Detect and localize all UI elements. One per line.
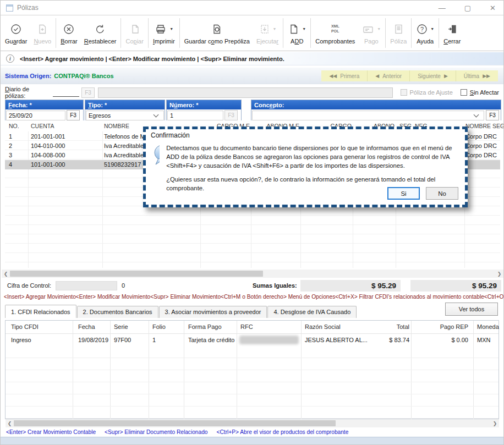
col-moneda: Moneda [477,323,499,330]
tab-asociar-movimientos[interactable]: 3. Asociar movimientos a proveedor [159,306,267,318]
last-record-button[interactable]: Última▶▶ [456,70,498,81]
delete-button[interactable]: Borrar [57,15,81,51]
concepto-combobox[interactable] [252,111,484,120]
poliza-ajuste-checkbox[interactable]: Póliza de Ajuste [401,89,453,96]
tab-desglose-iva[interactable]: 4. Desglose de IVA Causado [267,306,357,318]
window-icon [6,4,13,12]
print-dropdown-icon[interactable]: ▼ [169,27,173,31]
execute-button[interactable]: ▼ Ejecutar [253,15,282,51]
xml-pol-icon: XMLPOL [331,24,339,33]
add-button[interactable]: ▼ ADD [284,15,309,51]
dialog-title: Confirmación [146,129,465,140]
next-record-button[interactable]: Siguiente▶ [409,70,456,81]
dialog-message: Detectamos que tu documento bancario tie… [166,144,458,193]
col-pago-rep: Pago REP [440,323,468,330]
copy-label: Copiar [125,38,143,45]
toolbar-separator [120,18,121,48]
close-window-button[interactable]: Cerrar [440,15,464,51]
fecha-f3-button[interactable]: F3 [67,110,80,120]
document-icon [392,23,404,35]
cfdi-row[interactable]: Ingreso 19/08/2019 97F00 1 Tarjeta de cr… [6,334,498,346]
print-button[interactable]: ▼ Imprimir [150,15,178,51]
exit-door-icon [446,23,458,35]
comprobantes-button[interactable]: XMLPOL Comprobantes [312,15,358,51]
first-record-button[interactable]: ◀◀Primera [321,70,367,81]
scroll-right-icon[interactable]: ❯ [491,421,499,426]
bottom-tabs: 1. CFDI Relacionados 2. Documentos Banca… [5,304,357,318]
numero-f3-button[interactable]: F3 [224,110,238,120]
minimize-button[interactable]: — [439,4,446,12]
execute-dropdown-icon: ▼ [273,27,277,31]
grid-hscrollbar[interactable]: ❮ ❯ [2,270,503,278]
toolbar-separator [56,18,56,48]
concepto-f3-button[interactable]: F3 [486,110,499,120]
scrollbar-thumb[interactable] [14,420,336,426]
tab-documentos-bancarios[interactable]: 2. Documentos Bancarios [77,306,158,318]
pago-button[interactable]: ▼ Pago [358,15,384,51]
totals-row: Cifra de Control: 0 Sumas Iguales: $ 95.… [1,280,503,292]
tipo-header: Tipo: * [85,100,165,109]
numero-input[interactable]: 1 [167,111,223,120]
gear-page-icon [211,23,223,35]
cfdi-table-header: Tipo CFDI Fecha Serie Folio Forma Pago R… [6,321,498,334]
diario-input[interactable] [53,89,79,97]
help-balloon-icon: ? [151,144,160,168]
poliza-button[interactable]: Póliza [387,15,410,51]
cifra-control-label: Cifra de Control: [7,282,51,289]
save-as-prepoliza-label: Guardar como Prepóliza [184,38,250,45]
help-dropdown-icon[interactable]: ▼ [430,27,434,31]
numero-group: Número: * 1 F3 [166,100,242,122]
help-button[interactable]: ?▼ Ayuda [413,15,437,51]
reset-label: Restablecer [84,38,117,45]
cifra-control-field [56,281,117,290]
diario-row: Diario de pólizas: F3 Póliza de Ajuste S… [1,85,503,100]
toolbar-separator [439,18,439,48]
title-bar: Pólizas — ▢ ✕ [1,1,503,15]
rfc-redacted-value [239,336,299,344]
save-as-prepoliza-button[interactable]: Guardar como Prepóliza [181,15,253,51]
chevron-down-icon [154,112,159,117]
col-serie: Serie [114,323,128,330]
no-button[interactable]: No [426,187,458,200]
yes-button[interactable]: Si [387,187,420,200]
comprobantes-label: Comprobantes [315,38,355,45]
numero-header: Número: * [167,100,241,109]
add-dropdown-icon[interactable]: ▼ [302,27,306,31]
copy-page-icon [129,23,141,35]
concepto-group: Concepto: F3 [251,100,501,122]
tab-cfdi-relacionados[interactable]: 1. CFDI Relacionados [5,305,76,318]
scroll-left-icon[interactable]: ❮ [2,271,10,277]
diario-description-field [98,87,393,98]
previous-icon: ◀ [375,73,379,79]
close-button[interactable]: ✕ [490,4,496,12]
pago-label: Pago [364,38,379,45]
col-nombre-seg: NOMBRE SEG [465,123,504,129]
delete-circle-icon [63,23,75,35]
first-icon: ◀◀ [329,73,337,79]
previous-record-button[interactable]: ◀Anterior [367,70,409,81]
copy-button[interactable]: Copiar [122,15,146,51]
scroll-left-icon[interactable]: ❮ [6,421,14,426]
maximize-button[interactable]: ▢ [464,4,471,12]
confirmation-dialog: Confirmación ? Detectamos que tu documen… [143,127,468,207]
help-icon: ? [416,23,428,35]
scroll-right-icon[interactable]: ❯ [495,271,503,277]
new-button[interactable]: Nuevo [30,15,54,51]
close-window-label: Cerrar [443,38,461,45]
col-razon-social: Razón Social [305,323,341,330]
cfdi-hscrollbar[interactable]: ❮ ❯ [6,419,499,427]
save-button[interactable]: Guardar [2,15,30,51]
fecha-input[interactable]: 25/09/20 [6,111,65,120]
polizas-window: Pólizas — ▢ ✕ Guardar Nuevo Borrar Resta… [0,0,504,445]
checkbox-icon [401,89,407,96]
diario-f3-button[interactable]: F3 [81,87,95,98]
reset-button[interactable]: Restablecer [81,15,120,51]
fecha-header: Fecha: * [6,100,83,109]
sin-afectar-checkbox[interactable]: Sin Afectar [461,89,499,96]
tipo-select[interactable]: Egresos [86,111,164,120]
col-forma-pago: Forma Pago [188,323,222,330]
toolbar-separator [179,18,180,48]
chevron-down-icon [474,112,479,117]
scrollbar-thumb[interactable] [10,271,263,277]
ver-todos-button[interactable]: Ver todos [445,303,498,316]
